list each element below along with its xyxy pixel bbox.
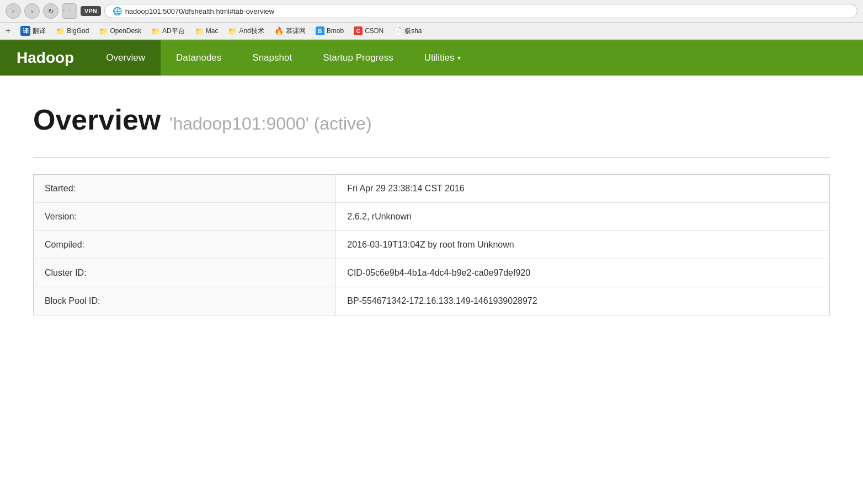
page-title: Overview [33, 103, 161, 136]
page-subtitle: 'hadoop101:9000' (active) [169, 114, 371, 134]
doc-icon: 📄 [393, 27, 402, 35]
bookmark-translate-label: 翻译 [33, 26, 46, 36]
nav-items: Overview Datanodes Snapshot Startup Prog… [90, 40, 476, 76]
table-row: Compiled: 2016-03-19T13:04Z by root from… [34, 231, 830, 259]
hadoop-navbar: Hadoop Overview Datanodes Snapshot Start… [0, 40, 863, 76]
bookmarks-bar: + 译 翻译 📁 BigGod 📁 OpenDesk 📁 AD平台 📁 Mac … [0, 23, 863, 40]
grid-button[interactable]: ⋮⋮⋮ [62, 3, 77, 19]
bookmark-opendesk-label: OpenDesk [110, 27, 141, 35]
nav-snapshot[interactable]: Snapshot [237, 40, 307, 76]
folder-icon: 📁 [99, 27, 108, 35]
nav-startup-progress[interactable]: Startup Progress [307, 40, 409, 76]
bookmark-andtech-label: And技术 [239, 26, 264, 36]
row-label: Cluster ID: [34, 259, 336, 287]
bookmark-mooc[interactable]: 🔥 慕课网 [272, 25, 308, 37]
bookmark-andtech[interactable]: 📁 And技术 [226, 25, 266, 37]
url-bar[interactable]: 🌐 hadoop101:50070/dfshealth.html#tab-ove… [104, 4, 857, 18]
folder-icon: 📁 [56, 27, 65, 35]
bookmark-biggod-label: BigGod [67, 27, 89, 35]
bookmark-mac-label: Mac [206, 27, 219, 35]
table-row: Version: 2.6.2, rUnknown [34, 203, 830, 231]
bookmarks-add[interactable]: + [6, 26, 10, 36]
bookmark-mooc-label: 慕课网 [286, 26, 306, 36]
browser-toolbar: ‹ › ↻ ⋮⋮⋮ VPN 🌐 hadoop101:50070/dfshealt… [0, 0, 863, 23]
translate-icon: 译 [20, 26, 30, 36]
folder-icon: 📁 [228, 27, 237, 35]
dropdown-arrow-icon: ▾ [457, 54, 461, 62]
vpn-badge: VPN [81, 6, 101, 16]
table-row: Cluster ID: CID-05c6e9b4-4b1a-4dc4-b9e2-… [34, 259, 830, 287]
table-row: Block Pool ID: BP-554671342-172.16.133.1… [34, 287, 830, 315]
bookmark-csdn-label: CSDN [365, 27, 383, 35]
globe-icon: 🌐 [113, 7, 122, 15]
csdn-icon: C [354, 26, 363, 35]
bookmark-adplatform-label: AD平台 [162, 26, 185, 36]
browser-chrome: ‹ › ↻ ⋮⋮⋮ VPN 🌐 hadoop101:50070/dfshealt… [0, 0, 863, 40]
bookmark-opendesk[interactable]: 📁 OpenDesk [97, 26, 143, 36]
flame-icon: 🔥 [274, 26, 284, 35]
bookmark-translate[interactable]: 译 翻译 [18, 25, 48, 37]
bookmark-jisha-label: 极sha [404, 26, 422, 36]
row-value: BP-554671342-172.16.133.149-146193902897… [336, 287, 830, 315]
folder-icon: 📁 [151, 27, 160, 35]
divider [33, 157, 830, 158]
bookmark-mac[interactable]: 📁 Mac [193, 26, 221, 36]
back-button[interactable]: ‹ [6, 3, 21, 19]
row-value: 2016-03-19T13:04Z by root from Unknown [336, 231, 830, 259]
row-value: CID-05c6e9b4-4b1a-4dc4-b9e2-ca0e97def920 [336, 259, 830, 287]
bmob-icon: B [316, 26, 324, 35]
row-label: Started: [34, 175, 336, 203]
info-table: Started: Fri Apr 29 23:38:14 CST 2016 Ve… [33, 174, 830, 315]
table-row: Started: Fri Apr 29 23:38:14 CST 2016 [34, 175, 830, 203]
row-label: Compiled: [34, 231, 336, 259]
nav-datanodes[interactable]: Datanodes [161, 40, 237, 76]
bookmark-bmob[interactable]: B Bmob [313, 25, 346, 36]
bookmark-biggod[interactable]: 📁 BigGod [54, 26, 91, 36]
title-row: Overview 'hadoop101:9000' (active) [33, 103, 830, 141]
bookmark-adplatform[interactable]: 📁 AD平台 [149, 25, 187, 37]
row-label: Version: [34, 203, 336, 231]
row-value: Fri Apr 29 23:38:14 CST 2016 [336, 175, 830, 203]
url-text: hadoop101:50070/dfshealth.html#tab-overv… [125, 7, 274, 15]
nav-utilities[interactable]: Utilities ▾ [409, 40, 476, 76]
bookmark-jisha[interactable]: 📄 极sha [391, 25, 424, 37]
folder-icon: 📁 [195, 27, 204, 35]
forward-button[interactable]: › [24, 3, 40, 19]
row-value: 2.6.2, rUnknown [336, 203, 830, 231]
utilities-label: Utilities [424, 52, 455, 63]
bookmark-csdn[interactable]: C CSDN [351, 25, 386, 36]
refresh-button[interactable]: ↻ [43, 3, 58, 19]
bookmark-bmob-label: Bmob [327, 27, 344, 35]
row-label: Block Pool ID: [34, 287, 336, 315]
main-content: Overview 'hadoop101:9000' (active) Start… [0, 76, 863, 337]
nav-overview[interactable]: Overview [90, 40, 161, 76]
hadoop-brand: Hadoop [0, 40, 90, 76]
